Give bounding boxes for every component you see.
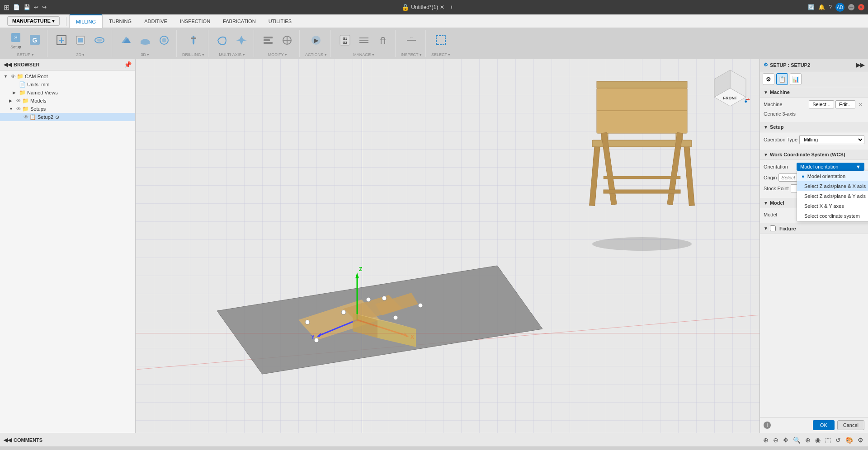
- models-eye[interactable]: 👁: [16, 98, 21, 103]
- tree-item-models[interactable]: ▶ 👁 📁 Models: [0, 97, 135, 105]
- bottom-bar-icons: ⊕ ⊖ ✥ 🔍 ⊕ ◉ ⬚ ↺ 🎨 ⚙: [762, 436, 864, 445]
- setup-icon: S: [9, 31, 22, 44]
- drilling-btn[interactable]: [185, 33, 202, 48]
- machine-delete-btn[interactable]: ✕: [857, 101, 864, 108]
- help-icon[interactable]: ?: [829, 4, 832, 10]
- machine-edit-btn[interactable]: Edit...: [835, 100, 855, 108]
- manage-list-btn[interactable]: [355, 33, 373, 48]
- 3d-pocket-btn[interactable]: [137, 33, 154, 48]
- viewport[interactable]: Z X Y: [136, 59, 760, 433]
- rp-tab-3[interactable]: 📊: [790, 73, 802, 85]
- tree-item-setup2[interactable]: 👁 📋 Setup2 ⊙: [0, 113, 135, 121]
- view-cube[interactable]: FRONT: [710, 68, 750, 108]
- edit-g-btn[interactable]: G: [26, 32, 43, 48]
- manufacture-button[interactable]: MANUFACTURE ▾: [7, 16, 60, 26]
- setups-eye[interactable]: 👁: [16, 106, 21, 112]
- modify-btn2[interactable]: [278, 33, 296, 48]
- 3d-pocket-icon: [139, 34, 151, 47]
- actions-btn[interactable]: ▶: [307, 33, 325, 48]
- save-btn[interactable]: 💾: [24, 4, 30, 10]
- browser-expand-icon[interactable]: ◀◀: [4, 61, 12, 68]
- svg-rect-29: [436, 36, 445, 45]
- manage-tools-btn[interactable]: [374, 33, 392, 48]
- manage-g1g2-btn[interactable]: G1G2: [336, 33, 354, 48]
- close-btn[interactable]: ✕: [858, 4, 864, 10]
- comments-expand-icon[interactable]: ◀◀: [4, 437, 12, 443]
- window-controls: — ✕: [848, 4, 864, 10]
- tab-inspection[interactable]: INSPECTION: [174, 14, 217, 28]
- fixture-section-header[interactable]: ▼ Fixture: [760, 223, 868, 234]
- wcs-section-header[interactable]: ▼ Work Coordinate System (WCS): [760, 150, 868, 160]
- dropdown-item-z-x[interactable]: Select Z axis/plane & X axis: [797, 181, 868, 191]
- notification-icon[interactable]: 🔔: [818, 4, 825, 10]
- 3d-adaptive-btn[interactable]: [118, 33, 135, 48]
- 2d-pocket-btn[interactable]: [72, 33, 89, 48]
- setups-arrow[interactable]: ▼: [9, 107, 15, 111]
- sync-icon[interactable]: 🔄: [808, 4, 815, 10]
- tree-item-units[interactable]: 📄 Units: mm: [0, 80, 135, 89]
- camroot-arrow[interactable]: ▼: [4, 74, 10, 79]
- settings-icon[interactable]: ⚙: [857, 436, 864, 445]
- operation-type-select[interactable]: Milling: [799, 135, 864, 144]
- machine-section-header[interactable]: ▼ Machine: [760, 87, 868, 98]
- tab-additive[interactable]: ADDITIVE: [138, 14, 174, 28]
- minimize-btn[interactable]: —: [848, 4, 854, 10]
- models-arrow[interactable]: ▶: [9, 98, 15, 103]
- browser-pin-icon[interactable]: 📌: [124, 61, 132, 68]
- info-icon[interactable]: i: [764, 422, 771, 429]
- zoom-icon[interactable]: 🔍: [792, 436, 802, 445]
- multiaxis-btn1[interactable]: [214, 33, 231, 48]
- 3d-contour-btn[interactable]: [156, 33, 173, 48]
- setup2-eye[interactable]: 👁: [24, 114, 28, 120]
- tab-fabrication[interactable]: FABRICATION: [217, 14, 262, 28]
- tab-milling[interactable]: MILLING: [69, 14, 103, 28]
- tab-turning[interactable]: TURNING: [103, 14, 138, 28]
- profile-icon[interactable]: AD: [835, 3, 844, 12]
- namedviews-arrow[interactable]: ▶: [13, 90, 19, 95]
- modify-btn1[interactable]: [259, 33, 277, 48]
- nav-center-icon[interactable]: ⊖: [772, 436, 779, 445]
- rotate-icon[interactable]: ↺: [835, 436, 842, 445]
- dropdown-item-model-orientation[interactable]: ● Model orientation: [797, 171, 868, 181]
- tree-item-namedviews[interactable]: ▶ 📁 Named Views: [0, 89, 135, 97]
- rp-tab-1[interactable]: ⚙: [763, 73, 774, 85]
- svg-point-42: [592, 237, 692, 251]
- select-btn[interactable]: [432, 33, 449, 48]
- app-grid-icon[interactable]: ⊞: [4, 3, 9, 12]
- inspect-btn[interactable]: ↔: [403, 33, 420, 48]
- dropdown-item-xy[interactable]: Select X & Y axes: [797, 201, 868, 211]
- undo-btn[interactable]: ↩: [34, 4, 38, 10]
- machine-select-btn[interactable]: Select...: [809, 100, 834, 108]
- document-icon[interactable]: 📄: [13, 4, 20, 10]
- actions-icon: ▶: [310, 34, 322, 47]
- ok-btn[interactable]: OK: [813, 420, 835, 430]
- cancel-btn[interactable]: Cancel: [837, 420, 864, 430]
- tree-item-camroot[interactable]: ▼ 👁 📁 CAM Root: [0, 72, 135, 80]
- tab-utilities[interactable]: UTILITIES: [262, 14, 298, 28]
- close-tab-btn[interactable]: ✕: [440, 4, 444, 10]
- viewport-icon[interactable]: ⬚: [824, 436, 832, 445]
- rp-tab-2[interactable]: 📋: [776, 73, 788, 85]
- 2d-contour-btn[interactable]: [91, 33, 108, 48]
- 2d-adaptive-btn[interactable]: [53, 33, 70, 48]
- redo-btn[interactable]: ↪: [42, 4, 47, 10]
- display-mode-icon[interactable]: ◉: [814, 436, 821, 445]
- pan-icon[interactable]: ✥: [782, 436, 789, 445]
- modify-group-label: MODIFY ▾: [268, 52, 287, 57]
- tree-item-setups[interactable]: ▼ 👁 📁 Setups: [0, 105, 135, 113]
- setup-section-header[interactable]: ▼ Setup: [760, 122, 868, 132]
- camroot-eye[interactable]: 👁: [11, 74, 16, 79]
- panel-expand-icon[interactable]: ▶▶: [856, 62, 864, 68]
- setup-btn[interactable]: S Setup: [7, 30, 24, 51]
- appearance-icon[interactable]: 🎨: [844, 436, 854, 445]
- dropdown-item-z-y[interactable]: Select Z axis/plane & Y axis: [797, 191, 868, 201]
- zoom-fit-icon[interactable]: ⊕: [804, 436, 811, 445]
- dropdown-item-coord-system[interactable]: Select coordinate system: [797, 211, 868, 221]
- orientation-select-btn[interactable]: Model orientation ▼: [797, 163, 864, 171]
- multiaxis-btn2[interactable]: [233, 33, 250, 48]
- new-tab-btn[interactable]: +: [450, 4, 453, 10]
- panel-footer: i OK Cancel: [760, 417, 868, 433]
- fixture-checkbox[interactable]: [770, 225, 776, 231]
- nav-home-icon[interactable]: ⊕: [762, 436, 769, 445]
- file-icon: 🔒: [401, 4, 409, 11]
